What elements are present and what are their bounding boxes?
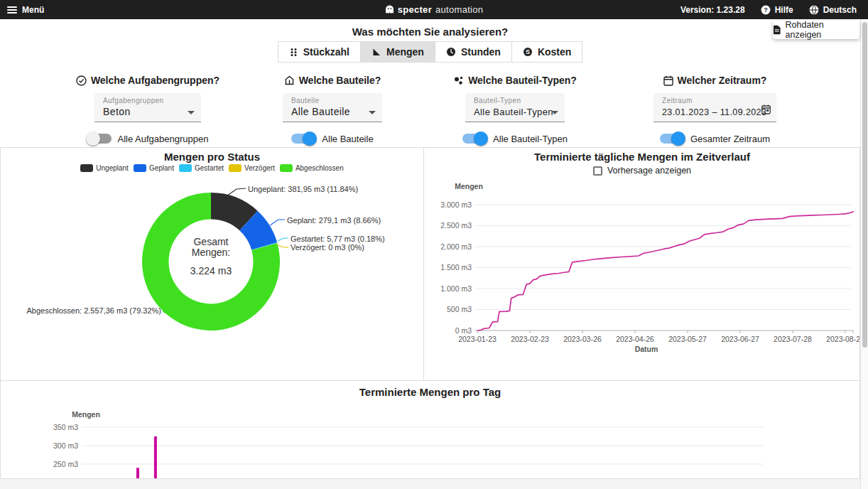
forecast-checkbox-row[interactable]: Vorhersage anzeigen xyxy=(425,166,859,176)
cumulative-line-series[interactable] xyxy=(477,211,854,331)
analyze-tabs: Stückzahl Mengen Stunden S Kosten xyxy=(0,41,860,63)
donut-total-value: 3.224 m3 xyxy=(170,266,251,276)
x-tick-label: 2023-04-26 xyxy=(616,335,654,343)
tab-label: Kosten xyxy=(538,46,571,58)
bar[interactable] xyxy=(136,468,139,478)
legend-swatch xyxy=(280,164,293,172)
ghost-logo-icon xyxy=(385,4,394,15)
language-button[interactable]: Deutsch xyxy=(809,5,857,15)
filter-question: Welche Bauteile? xyxy=(240,74,425,87)
alle-bauteil-typen-toggle[interactable] xyxy=(462,131,487,146)
dollar-circle-icon: S xyxy=(523,47,533,57)
show-raw-data-button[interactable]: Rohdaten anzeigen xyxy=(773,20,859,39)
legend-label: Ungeplant xyxy=(96,164,129,172)
x-tick-label: 2023-03-26 xyxy=(563,335,602,343)
toggle-label: Alle Aufgabengruppen xyxy=(118,134,209,144)
callout-gestartet: Gestartet: 5,77 m3 (0.18%) xyxy=(291,235,385,243)
x-axis-title: Datum xyxy=(635,345,658,353)
legend-swatch xyxy=(80,164,93,172)
forecast-checkbox[interactable] xyxy=(593,166,602,176)
calendar-picker-icon[interactable] xyxy=(761,104,771,114)
square-foot-icon xyxy=(371,47,381,57)
y-tick-label: 1.000 m3 xyxy=(440,284,472,293)
help-button[interactable]: ? Hilfe xyxy=(761,5,793,15)
top-bar: Menü specter automation Version: 1.23.28… xyxy=(0,0,868,19)
filter-question: Welche Aufgabengruppen? xyxy=(41,74,254,87)
count-dots-icon xyxy=(289,48,298,57)
select-label: Aufgabengruppen xyxy=(103,97,164,104)
y-axis-title: Mengen xyxy=(72,410,100,419)
legend-item[interactable]: Verzögert xyxy=(229,164,275,172)
callout-abgeschlossen: Abgeschlossen: 2.557,36 m3 (79.32%) xyxy=(18,306,161,315)
filter-bauteil-typen: Welche Bauteil-Typen? Bauteil-Typen Alle… xyxy=(423,74,607,146)
vertical-scrollbar[interactable] xyxy=(860,19,868,489)
chevron-down-icon xyxy=(551,111,558,114)
tab-stueckzahl[interactable]: Stückzahl xyxy=(278,41,361,63)
bauteil-typen-select[interactable]: Bauteil-Typen Alle Bauteil-Typen xyxy=(465,93,565,122)
filter-question-label: Welcher Zeitraum? xyxy=(678,75,767,86)
show-raw-data-label: Rohdaten anzeigen xyxy=(786,20,859,40)
y-tick-label: 0 m3 xyxy=(455,326,472,335)
legend-item[interactable]: Gestartet xyxy=(179,164,224,172)
alle-aufgabengruppen-toggle[interactable] xyxy=(87,131,112,146)
callout-ungeplant: Ungeplant: 381,95 m3 (11.84%) xyxy=(248,185,358,193)
select-value: Alle Bauteil-Typen xyxy=(474,107,553,117)
filter-question-label: Welche Bauteile? xyxy=(299,75,381,86)
globe-icon xyxy=(809,5,819,15)
filter-question-label: Welche Bauteil-Typen? xyxy=(468,75,577,86)
dashboard-page: Menü specter automation Version: 1.23.28… xyxy=(0,0,868,489)
x-tick-label: 2023-05-27 xyxy=(668,335,707,343)
version-label: Version: 1.23.28 xyxy=(680,5,745,15)
forecast-checkbox-label: Vorhersage anzeigen xyxy=(607,166,691,176)
svg-text:?: ? xyxy=(764,6,768,14)
bottom-fold-strip xyxy=(0,478,860,489)
bar-chart[interactable]: 350 m3300 m3250 m3Mengen xyxy=(0,398,860,478)
legend-label: Gestartet xyxy=(195,164,224,172)
analyze-question: Was möchten Sie analysieren? xyxy=(0,26,860,38)
tab-label: Mengen xyxy=(386,46,424,58)
tab-label: Stunden xyxy=(461,46,501,58)
filter-question: Welcher Zeitraum? xyxy=(625,74,805,87)
y-tick-label: 2.000 m3 xyxy=(440,242,472,251)
tab-stunden[interactable]: Stunden xyxy=(435,41,512,63)
scrollbar-thumb[interactable] xyxy=(862,22,867,348)
date-range-value: 23.01.2023 – 11.09.2023 xyxy=(662,107,766,117)
bubble-chart-icon xyxy=(453,75,464,86)
x-tick-label: 2023-06-27 xyxy=(721,335,759,343)
donut-chart[interactable] xyxy=(0,176,424,380)
status-legend: UngeplantGeplantGestartetVerzögertAbgesc… xyxy=(0,164,424,172)
y-tick-label: 2.500 m3 xyxy=(440,221,472,230)
building-icon xyxy=(284,75,295,86)
filter-question: Welche Bauteil-Typen? xyxy=(423,74,607,87)
tab-mengen[interactable]: Mengen xyxy=(360,41,435,63)
bar[interactable] xyxy=(154,436,157,478)
select-value: Alle Bauteile xyxy=(291,106,350,117)
y-tick-label: 350 m3 xyxy=(53,423,78,431)
gesamter-zeitraum-toggle[interactable] xyxy=(660,131,684,146)
x-tick-label: 2023-01-23 xyxy=(458,335,497,343)
bauteile-select[interactable]: Bauteile Alle Bauteile xyxy=(283,93,382,122)
bar-chart-title: Terminierte Mengen pro Tag xyxy=(0,386,860,398)
x-tick-label: 2023-02-23 xyxy=(511,335,549,343)
y-axis-title: Mengen xyxy=(455,182,483,190)
legend-item[interactable]: Ungeplant xyxy=(80,164,129,172)
brand-name: specter xyxy=(398,4,432,15)
check-circle-icon xyxy=(76,75,87,86)
callout-verzoegert: Verzögert: 0 m3 (0%) xyxy=(291,243,364,252)
legend-item[interactable]: Abgeschlossen xyxy=(280,164,344,172)
donut-chart-title: Mengen pro Status xyxy=(0,151,424,163)
aufgabengruppen-select[interactable]: Aufgabengruppen Beton xyxy=(94,93,201,122)
legend-item[interactable]: Geplant xyxy=(134,164,174,172)
chevron-down-icon xyxy=(188,111,195,114)
svg-text:S: S xyxy=(526,48,530,55)
tab-label: Stückzahl xyxy=(303,46,349,58)
callout-leader-line xyxy=(278,238,288,241)
line-chart[interactable]: 3.000 m32.500 m32.000 m31.500 m31.000 m3… xyxy=(425,179,859,358)
callout-leader-line xyxy=(270,220,285,225)
help-icon: ? xyxy=(761,5,771,15)
alle-bauteile-toggle[interactable] xyxy=(291,131,315,146)
calendar-icon xyxy=(663,75,673,86)
legend-label: Verzögert xyxy=(244,164,275,172)
zeitraum-field[interactable]: Zeitraum 23.01.2023 – 11.09.2023 xyxy=(653,93,776,122)
tab-kosten[interactable]: S Kosten xyxy=(511,41,582,63)
